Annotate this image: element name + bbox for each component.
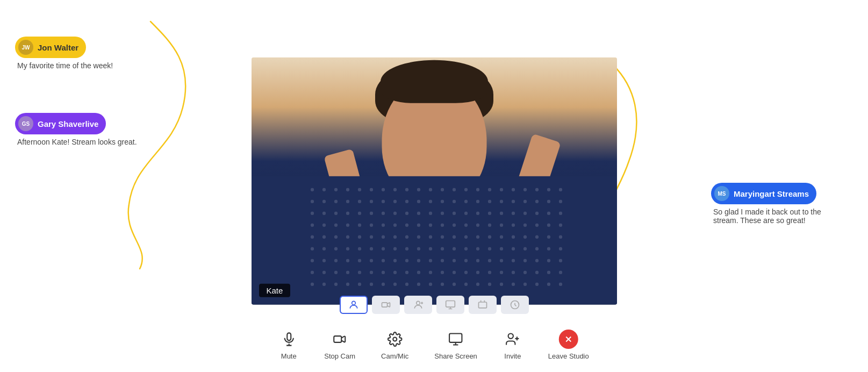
mary-message: So glad I made it back out to the stream…	[711, 208, 840, 225]
settings-icon	[385, 330, 405, 349]
leave-studio-button[interactable]: Leave Studio	[548, 330, 589, 360]
video-container: Kate	[252, 58, 617, 305]
mute-label: Mute	[281, 352, 297, 360]
chat-bubble-mary: MS Maryingart Streams So glad I made it …	[711, 183, 840, 225]
icon-pill-5[interactable]	[469, 296, 497, 314]
jon-message: My favorite time of the week!	[15, 61, 115, 70]
chat-bubble-gary: GS Gary Shaverlive Afternoon Kate! Strea…	[15, 113, 139, 146]
icon-pill-3[interactable]	[404, 296, 432, 314]
svg-point-0	[351, 301, 355, 305]
jon-name: Jon Walter	[38, 43, 78, 52]
icon-pill-4[interactable]	[436, 296, 464, 314]
invite-button[interactable]: Invite	[503, 330, 522, 360]
avatar-mary: MS	[714, 186, 729, 201]
share-screen-button[interactable]: Share Screen	[434, 330, 477, 360]
invite-label: Invite	[504, 352, 521, 360]
svg-rect-8	[287, 333, 291, 340]
stop-cam-label: Stop Cam	[324, 352, 355, 360]
gary-name: Gary Shaverlive	[38, 119, 98, 128]
person-add-icon	[503, 330, 522, 349]
svg-rect-6	[478, 302, 486, 308]
controls-bar: Mute Stop Cam Cam/Mic Share Scre	[279, 330, 589, 360]
svg-point-14	[508, 334, 513, 339]
stop-cam-button[interactable]: Stop Cam	[324, 330, 355, 360]
icon-row	[340, 296, 529, 314]
svg-point-2	[416, 301, 420, 305]
mic-icon	[279, 330, 298, 349]
svg-rect-11	[334, 336, 342, 342]
share-screen-label: Share Screen	[434, 352, 477, 360]
chat-bubble-jon: JW Jon Walter My favorite time of the we…	[15, 37, 115, 70]
avatar-jon: JW	[18, 40, 33, 55]
leave-icon	[559, 330, 578, 349]
icon-pill-6[interactable]	[501, 296, 529, 314]
svg-rect-13	[449, 334, 462, 342]
mary-name: Maryingart Streams	[734, 189, 809, 198]
video-participant-label: Kate	[259, 284, 291, 297]
gary-message: Afternoon Kate! Stream looks great.	[15, 138, 139, 146]
svg-rect-5	[446, 301, 455, 307]
svg-point-12	[393, 338, 397, 341]
mute-button[interactable]: Mute	[279, 330, 298, 360]
monitor-icon	[446, 330, 465, 349]
icon-pill-person[interactable]	[340, 296, 368, 314]
svg-rect-1	[382, 303, 387, 307]
cam-mic-button[interactable]: Cam/Mic	[381, 330, 408, 360]
avatar-gary: GS	[18, 116, 33, 131]
cam-mic-label: Cam/Mic	[381, 352, 408, 360]
videocam-icon	[330, 330, 349, 349]
icon-pill-2[interactable]	[372, 296, 400, 314]
leave-studio-label: Leave Studio	[548, 352, 589, 360]
video-feed	[252, 58, 617, 305]
